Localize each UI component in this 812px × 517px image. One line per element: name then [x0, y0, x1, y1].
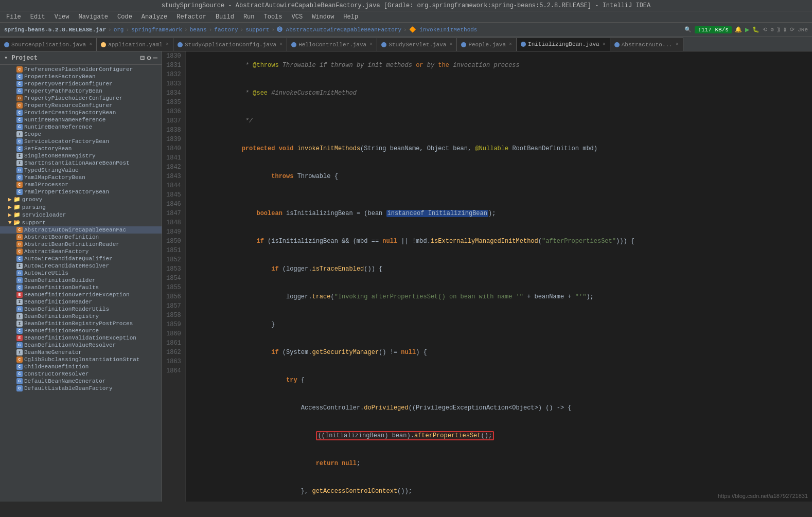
- sidebar-item-provider-creating[interactable]: C ProviderCreatingFactoryBean: [0, 109, 162, 116]
- sidebar-item-default-bean-name[interactable]: C DefaultBeanNameGenerator: [0, 378, 162, 385]
- close-tab-abstract[interactable]: ×: [676, 42, 679, 47]
- sidebar-item-scope[interactable]: I Scope: [0, 131, 162, 138]
- tab-abstract-auto[interactable]: AbstractAuto... ×: [610, 38, 683, 51]
- code-line-1840: }: [190, 311, 808, 338]
- sidebar-item-bean-def-override[interactable]: E BeanDefinitionOverrideException: [0, 291, 162, 298]
- search-icon[interactable]: 🔍: [684, 26, 692, 33]
- sidebar-icon-2[interactable]: ⚙: [147, 54, 151, 62]
- menu-build[interactable]: Build: [211, 12, 238, 22]
- menu-vcs[interactable]: VCS: [288, 12, 307, 22]
- sidebar-item-smart-instantiation[interactable]: I SmartInstantiationAwareBeanPost: [0, 159, 162, 167]
- debug-icon[interactable]: 🐛: [752, 26, 760, 33]
- tab-initializing-bean[interactable]: InitializingBean.java ×: [517, 38, 610, 51]
- menu-help[interactable]: Help: [339, 12, 362, 22]
- nav-method[interactable]: 🔶 invokeInitMethods: [409, 26, 478, 33]
- sidebar-item-bean-def-defaults[interactable]: C BeanDefinitionDefaults: [0, 284, 162, 291]
- sidebar-item-service-locator[interactable]: C ServiceLocatorFactoryBean: [0, 138, 162, 145]
- sidebar-item-typed-string[interactable]: C TypedStringValue: [0, 167, 162, 174]
- line-numbers: 1830 1831 1832 1833 1834 1835 1836 1837 …: [162, 51, 186, 502]
- close-tab-servlet[interactable]: ×: [449, 42, 452, 47]
- sidebar-item-cglib[interactable]: C CglibSubclassingInstantiationStrat: [0, 356, 162, 363]
- close-tab-yaml[interactable]: ×: [166, 42, 169, 47]
- sidebar-item-bean-def-registry-post[interactable]: I BeanDefinitionRegistryPostProces: [0, 320, 162, 327]
- code-line-1835: [190, 190, 808, 200]
- nav-springframework[interactable]: springframework: [131, 27, 182, 33]
- forward-icon[interactable]: ⟫: [777, 26, 781, 33]
- menu-code[interactable]: Code: [113, 12, 136, 22]
- project-label: ▾ Project: [4, 54, 38, 62]
- tab-hello-controller[interactable]: HelloController.java ×: [287, 38, 377, 51]
- sidebar-item-bean-def-value[interactable]: C BeanDefinitionValueResolver: [0, 342, 162, 349]
- sidebar-item-bean-def-resource[interactable]: C BeanDefinitionResource: [0, 327, 162, 334]
- sidebar-item-property-placeholder[interactable]: C PropertyPlaceholderConfigurer: [0, 95, 162, 102]
- nav-beans[interactable]: beans: [190, 27, 207, 33]
- folder-parsing[interactable]: ▶ 📁 parsing: [0, 203, 162, 211]
- sidebar-item-constructor-resolver[interactable]: C ConstructorResolver: [0, 370, 162, 378]
- sidebar-item-bean-def-validation[interactable]: E BeanDefinitionValidationException: [0, 334, 162, 342]
- menu-refactor[interactable]: Refactor: [172, 12, 210, 22]
- nav-org[interactable]: org: [114, 27, 124, 33]
- run-icon[interactable]: ▶: [745, 25, 749, 34]
- close-tab-hello[interactable]: ×: [369, 42, 373, 47]
- sidebar-item-property-path[interactable]: C PropertyPathFactoryBean: [0, 87, 162, 95]
- sidebar-item-yaml-processor[interactable]: C YamlProcessor: [0, 181, 162, 188]
- sidebar-item-bean-def-reader[interactable]: I BeanDefinitionReader: [0, 298, 162, 306]
- tab-people[interactable]: People.java ×: [457, 38, 517, 51]
- sidebar-item-runtime-bean[interactable]: C RuntimeBeanReference: [0, 123, 162, 131]
- nav-class[interactable]: 🅒 AbstractAutowireCapableBeanFactory: [277, 26, 401, 33]
- close-tab-people[interactable]: ×: [509, 42, 512, 47]
- close-tab-initializing[interactable]: ×: [603, 42, 606, 47]
- menu-file[interactable]: File: [2, 12, 25, 22]
- sidebar-item-set-factory[interactable]: C SetFactoryBean: [0, 145, 162, 152]
- backward-icon[interactable]: ⟪: [784, 26, 787, 33]
- sidebar-item-child-bean[interactable]: C ChildBeanDefinition: [0, 363, 162, 370]
- sidebar: ▾ Project ⊟ ⚙ — C PreferencesPlaceholder…: [0, 51, 162, 502]
- git-icon[interactable]: ⟲: [763, 26, 767, 33]
- sidebar-item-runtime-bean-name[interactable]: C RuntimeBeanNameReference: [0, 116, 162, 123]
- sidebar-item-preferences[interactable]: C PreferencesPlaceholderConfigurer: [0, 66, 162, 73]
- tab-study-config[interactable]: StudyApplicationConfig.java ×: [173, 38, 287, 51]
- nav-factory[interactable]: factory: [214, 27, 238, 33]
- sidebar-item-abstract-autowire[interactable]: C AbstractAutowireCapableBeanFac: [0, 226, 162, 234]
- settings-icon2[interactable]: ⚙: [770, 26, 774, 33]
- menu-view[interactable]: View: [50, 12, 74, 22]
- sync-icon[interactable]: ↑117 KB/s: [695, 26, 731, 33]
- code-editor[interactable]: 1830 1831 1832 1833 1834 1835 1836 1837 …: [162, 51, 812, 502]
- close-tab-config[interactable]: ×: [279, 42, 283, 47]
- close-tab-source[interactable]: ×: [89, 42, 92, 47]
- nav-support[interactable]: support: [245, 27, 269, 33]
- sidebar-item-yaml-properties[interactable]: C YamlPropertiesFactoryBean: [0, 188, 162, 195]
- folder-groovy[interactable]: ▶ 📁 groovy: [0, 195, 162, 203]
- menu-window[interactable]: Window: [308, 12, 338, 22]
- sidebar-item-properties-factory[interactable]: C PropertiesFactoryBean: [0, 73, 162, 80]
- sidebar-item-bean-def-builder[interactable]: C BeanDefinitionBuilder: [0, 277, 162, 284]
- sidebar-item-abstract-bean-def[interactable]: C AbstractBeanDefinition: [0, 234, 162, 241]
- folder-support[interactable]: ▼ 📂 support: [0, 219, 162, 226]
- sidebar-item-abstract-bean-def-reader[interactable]: C AbstractBeanDefinitionReader: [0, 241, 162, 248]
- tab-source-application[interactable]: SourceApplication.java ×: [0, 38, 97, 51]
- sidebar-item-yaml-map[interactable]: C YamlMapFactoryBean: [0, 174, 162, 181]
- sidebar-item-bean-name-gen[interactable]: I BeanNameGenerator: [0, 349, 162, 356]
- notification-icon[interactable]: 🔔: [735, 26, 742, 33]
- sidebar-item-autowire-resolver[interactable]: I AutowireCandidateResolver: [0, 262, 162, 270]
- sidebar-item-property-resource[interactable]: C PropertyResourceConfigurer: [0, 102, 162, 109]
- sidebar-item-abstract-bean-factory[interactable]: C AbstractBeanFactory: [0, 248, 162, 255]
- menu-tools[interactable]: Tools: [260, 12, 287, 22]
- sidebar-icon-1[interactable]: ⊟: [140, 54, 145, 62]
- sidebar-item-singleton-bean[interactable]: I SingletonBeanRegistry: [0, 152, 162, 159]
- menu-run[interactable]: Run: [239, 12, 259, 22]
- tab-application-yaml[interactable]: application.yaml ×: [97, 38, 173, 51]
- sidebar-item-default-listable[interactable]: C DefaultListableBeanFactory: [0, 385, 162, 392]
- refresh-icon[interactable]: ⟳: [790, 26, 795, 33]
- tab-study-servlet[interactable]: StudyServlet.java ×: [377, 38, 457, 51]
- menu-edit[interactable]: Edit: [26, 12, 49, 22]
- sidebar-item-property-override[interactable]: C PropertyOverrideConfigurer: [0, 80, 162, 87]
- menu-navigate[interactable]: Navigate: [74, 12, 112, 22]
- sidebar-item-bean-def-reader-utils[interactable]: C BeanDefinitionReaderUtils: [0, 306, 162, 313]
- folder-serviceloader[interactable]: ▶ 📁 serviceloader: [0, 211, 162, 219]
- sidebar-item-autowire-utils[interactable]: C AutowireUtils: [0, 270, 162, 277]
- menu-analyze[interactable]: Analyze: [137, 12, 171, 22]
- sidebar-item-autowire-qualifier[interactable]: C AutowireCandidateQualifier: [0, 255, 162, 262]
- sidebar-icon-3[interactable]: —: [153, 54, 157, 62]
- sidebar-item-bean-def-registry[interactable]: I BeanDefinitionRegistry: [0, 313, 162, 320]
